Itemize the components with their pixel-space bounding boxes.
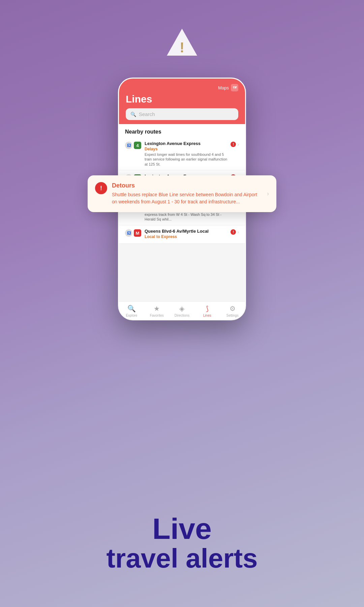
detour-chevron: › <box>267 190 269 197</box>
accessibility-icon-4: ♿ <box>125 142 132 149</box>
directions-label: Directions <box>175 314 189 317</box>
app-header: Maps 🗺 Lines 🔍 Search <box>119 79 245 124</box>
maps-icon: 🗺 <box>231 84 238 91</box>
warning-section: ! <box>0 0 364 71</box>
app-title: Lines <box>126 93 238 105</box>
maps-button[interactable]: Maps 🗺 <box>218 84 238 91</box>
accessibility-icon-m: ♿ <box>125 229 132 237</box>
route-info-4: Lexington Avenue Express Delays Expect l… <box>145 141 227 167</box>
headline-line2: travel alerts <box>0 544 364 573</box>
alert-dot-4: ! <box>231 142 236 147</box>
settings-icon: ⚙ <box>230 305 236 313</box>
chevron-right-m: › <box>237 229 239 235</box>
bottom-text: Live travel alerts <box>0 514 364 573</box>
search-placeholder: Search <box>139 111 155 117</box>
route-chevron-4: ! › <box>231 142 239 147</box>
detour-text: Shuttle buses replace Blue Line service … <box>112 191 262 205</box>
alert-dot-m: ! <box>231 229 236 235</box>
route-icon-group-4: ♿ 4 <box>125 142 141 149</box>
route-chevron-m: ! › <box>231 229 239 235</box>
detour-title: Detours <box>112 182 262 189</box>
tab-favorites[interactable]: ★ Favorites <box>144 305 170 317</box>
route-name-m: Queens Blvd-6 Av/Myrtle Local <box>145 229 227 234</box>
tab-lines[interactable]: ⟆ Lines <box>194 305 220 317</box>
favorites-icon: ★ <box>154 305 160 313</box>
lines-icon: ⟆ <box>206 305 209 313</box>
settings-label: Settings <box>226 314 239 317</box>
line-badge-4: 4 <box>134 142 141 149</box>
tab-bar: 🔍 Explore ★ Favorites ◈ Directions ⟆ Lin… <box>119 301 245 319</box>
route-item-m[interactable]: ♿ M Queens Blvd-6 Av/Myrtle Local Local … <box>119 225 245 243</box>
route-item-4[interactable]: ♿ 4 Lexington Avenue Express Delays Expe… <box>119 138 245 170</box>
line-badge-m: M <box>134 229 141 237</box>
detour-content: Detours Shuttle buses replace Blue Line … <box>112 182 262 205</box>
alert-label-m: Local to Express <box>145 234 227 239</box>
maps-label: Maps <box>218 85 229 90</box>
chevron-right-4: › <box>237 142 239 147</box>
nearby-routes-title: Nearby routes <box>119 124 245 138</box>
warning-triangle-icon: ! <box>165 27 199 57</box>
route-info-m: Queens Blvd-6 Av/Myrtle Local Local to E… <box>145 229 227 240</box>
explore-label: Explore <box>126 314 137 317</box>
search-icon: 🔍 <box>130 112 136 117</box>
tab-explore[interactable]: 🔍 Explore <box>119 305 144 317</box>
tab-directions[interactable]: ◈ Directions <box>170 305 195 317</box>
detour-alert-icon: ! <box>95 182 107 194</box>
search-bar[interactable]: 🔍 Search <box>126 108 238 120</box>
explore-icon: 🔍 <box>127 305 136 313</box>
alert-text-4: Expect longer wait times for southbound … <box>145 152 227 167</box>
alert-label-4: Delays <box>145 147 227 151</box>
tab-settings[interactable]: ⚙ Settings <box>220 305 245 317</box>
detour-card[interactable]: ! Detours Shuttle buses replace Blue Lin… <box>88 175 276 212</box>
route-icon-group-m: ♿ M <box>125 229 141 237</box>
header-top: Maps 🗺 <box>126 84 238 91</box>
route-name-4: Lexington Avenue Express <box>145 141 227 146</box>
favorites-label: Favorites <box>150 314 164 317</box>
lines-label: Lines <box>203 314 211 317</box>
svg-text:!: ! <box>180 39 184 55</box>
headline-line1: Live <box>0 514 364 544</box>
directions-icon: ◈ <box>179 305 184 313</box>
